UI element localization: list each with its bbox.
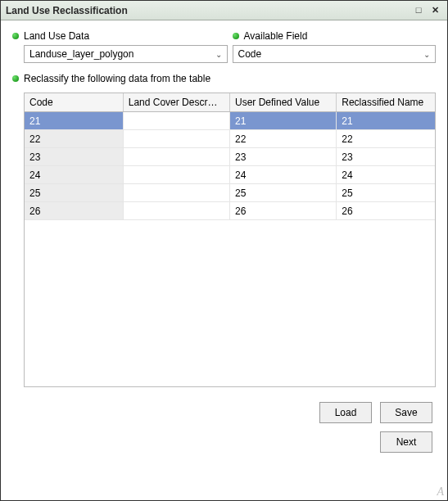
titlebar: Land Use Reclassification □ ✕ bbox=[1, 1, 447, 20]
cell-reclass[interactable]: 23 bbox=[337, 148, 435, 166]
next-button[interactable]: Next bbox=[380, 431, 432, 453]
table-row[interactable]: 222222 bbox=[25, 130, 435, 148]
cell-reclass[interactable]: 26 bbox=[337, 202, 435, 220]
cell-user[interactable]: 25 bbox=[229, 184, 336, 202]
cell-code[interactable]: 25 bbox=[25, 184, 123, 202]
reclass-table-wrap: Code Land Cover Descr… User Defined Valu… bbox=[24, 93, 436, 387]
col-header-desc[interactable]: Land Cover Descr… bbox=[123, 93, 229, 112]
cell-user[interactable]: 22 bbox=[229, 130, 336, 148]
land-use-label-row: Land Use Data bbox=[12, 30, 216, 42]
cell-user[interactable]: 23 bbox=[229, 148, 336, 166]
close-button[interactable]: ✕ bbox=[428, 4, 442, 17]
table-row[interactable]: 242424 bbox=[25, 166, 435, 184]
reclass-table[interactable]: Code Land Cover Descr… User Defined Valu… bbox=[25, 93, 435, 220]
available-field-combo[interactable]: Code ⌄ bbox=[233, 45, 437, 63]
table-row[interactable]: 262626 bbox=[25, 202, 435, 220]
cell-desc[interactable] bbox=[123, 202, 229, 220]
cell-reclass[interactable]: 21 bbox=[337, 112, 435, 130]
cell-code[interactable]: 23 bbox=[25, 148, 123, 166]
top-fields-row: Land Use Data Landuse_layer_polygon ⌄ Av… bbox=[12, 29, 436, 63]
cell-user[interactable]: 26 bbox=[229, 202, 336, 220]
cell-desc[interactable] bbox=[123, 184, 229, 202]
land-use-combo[interactable]: Landuse_layer_polygon ⌄ bbox=[24, 45, 228, 63]
cell-reclass[interactable]: 25 bbox=[337, 184, 435, 202]
cell-user[interactable]: 21 bbox=[229, 112, 336, 130]
button-row-2: Next bbox=[12, 431, 436, 453]
window-land-use-reclassification: Land Use Reclassification □ ✕ Land Use D… bbox=[0, 0, 448, 501]
col-header-code[interactable]: Code bbox=[25, 93, 123, 112]
cell-desc[interactable] bbox=[123, 166, 229, 184]
content-area: Land Use Data Landuse_layer_polygon ⌄ Av… bbox=[1, 20, 447, 500]
cell-desc[interactable] bbox=[123, 112, 229, 130]
load-button[interactable]: Load bbox=[319, 402, 372, 423]
cell-reclass[interactable]: 22 bbox=[337, 130, 435, 148]
resize-grip[interactable]: A bbox=[437, 485, 444, 499]
available-field-label-row: Available Field bbox=[233, 30, 437, 42]
table-header-row: Code Land Cover Descr… User Defined Valu… bbox=[25, 93, 435, 112]
chevron-down-icon: ⌄ bbox=[423, 50, 430, 59]
col-header-reclass[interactable]: Reclassified Name bbox=[337, 93, 435, 112]
table-row[interactable]: 212121 bbox=[25, 112, 435, 130]
table-row[interactable]: 252525 bbox=[25, 184, 435, 202]
cell-code[interactable]: 21 bbox=[25, 112, 123, 130]
button-row-1: Load Save bbox=[12, 402, 436, 423]
window-title: Land Use Reclassification bbox=[6, 5, 410, 16]
bullet-icon bbox=[233, 33, 239, 39]
available-field-combo-value: Code bbox=[238, 48, 424, 60]
reclass-label: Reclassify the following data from the t… bbox=[24, 73, 210, 84]
chevron-down-icon: ⌄ bbox=[215, 50, 222, 59]
reclass-label-row: Reclassify the following data from the t… bbox=[12, 73, 436, 84]
table-row[interactable]: 232323 bbox=[25, 148, 435, 166]
land-use-combo-value: Landuse_layer_polygon bbox=[29, 48, 215, 60]
available-field-group: Available Field Code ⌄ bbox=[233, 29, 437, 63]
cell-code[interactable]: 22 bbox=[25, 130, 123, 148]
land-use-group: Land Use Data Landuse_layer_polygon ⌄ bbox=[12, 29, 216, 63]
col-header-user[interactable]: User Defined Value bbox=[229, 93, 336, 112]
save-button[interactable]: Save bbox=[380, 402, 432, 423]
available-field-label: Available Field bbox=[244, 30, 308, 42]
maximize-button[interactable]: □ bbox=[411, 4, 426, 17]
bullet-icon bbox=[12, 75, 19, 82]
bullet-icon bbox=[12, 33, 19, 39]
cell-reclass[interactable]: 24 bbox=[337, 166, 435, 184]
cell-desc[interactable] bbox=[123, 148, 229, 166]
cell-code[interactable]: 24 bbox=[25, 166, 123, 184]
cell-user[interactable]: 24 bbox=[229, 166, 336, 184]
cell-desc[interactable] bbox=[123, 130, 229, 148]
cell-code[interactable]: 26 bbox=[25, 202, 123, 220]
land-use-label: Land Use Data bbox=[24, 30, 89, 42]
